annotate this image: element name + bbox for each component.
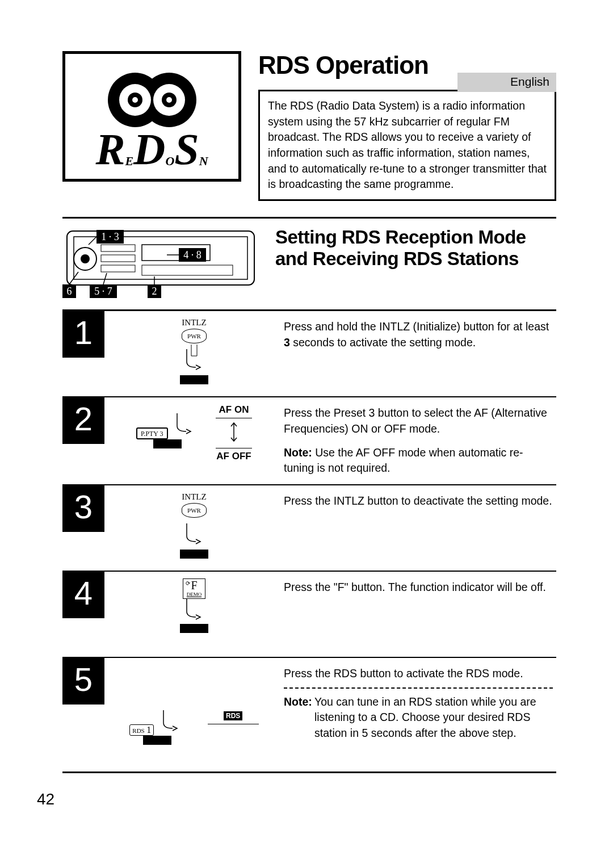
rds-logo-text: RE DO SN [95, 132, 208, 167]
step-5-illus: RDS 1 RDS [104, 658, 284, 771]
step-number: 4 [62, 572, 104, 618]
step-3-illus: INTLZ PWR [104, 485, 284, 571]
step-5: 5 RDS 1 RDS Press [62, 657, 556, 771]
page-number: 42 [37, 790, 556, 808]
step-3-text: Press the INTLZ button to deactivate the… [284, 485, 556, 571]
svg-rect-8 [67, 231, 254, 285]
svg-rect-14 [101, 255, 135, 262]
step-number: 2 [62, 397, 104, 444]
divider [62, 771, 556, 773]
diagram-label-2: 2 [152, 286, 157, 297]
step-2-text: Press the Preset 3 button to select the … [284, 397, 556, 484]
diagram-label-4-8: 4 · 8 [183, 249, 201, 261]
svg-rect-15 [101, 265, 135, 272]
step-number: 1 [62, 311, 104, 358]
diagram-label-5-7: 5 · 7 [94, 286, 112, 297]
divider [62, 217, 556, 219]
svg-rect-13 [101, 245, 135, 251]
svg-point-7 [166, 97, 172, 103]
rds-logo-icon: RE DO SN [62, 51, 241, 182]
device-diagram: 1 · 3 4 · 8 6 5 · 7 2 [62, 228, 258, 301]
svg-line-18 [89, 237, 96, 245]
step-4: 4 ⟳ F DEMO Press the "F" button. The fun… [62, 571, 556, 657]
section-title: Setting RDS Reception Mode and Receiving… [275, 227, 556, 270]
step-1-text: Press and hold the INTLZ (Initialize) bu… [284, 311, 556, 396]
page-title: RDS Operation [258, 51, 429, 79]
step-4-text: Press the "F" button. The function indic… [284, 572, 556, 657]
step-5-text: Press the RDS button to activate the RDS… [284, 658, 556, 771]
language-tag: English [457, 73, 556, 92]
step-number: 5 [62, 658, 104, 705]
dashed-divider [284, 687, 553, 689]
step-4-illus: ⟳ F DEMO [104, 572, 284, 657]
step-3: 3 INTLZ PWR Press the INTLZ button to de… [62, 484, 556, 571]
step-1: 1 INTLZ PWR Press and hold the INTLZ (In… [62, 311, 556, 396]
svg-point-6 [132, 97, 138, 103]
step-2-illus: P.PTY 3 AF ON AF OFF [104, 397, 284, 484]
step-2: 2 P.PTY 3 AF ON AF OFF [62, 396, 556, 484]
diagram-label-6: 6 [67, 286, 72, 297]
diagram-label-1-3: 1 · 3 [101, 231, 119, 242]
intro-box: The RDS (Radio Data System) is a radio i… [258, 90, 556, 201]
svg-line-24 [103, 273, 107, 284]
svg-point-11 [81, 254, 90, 263]
svg-rect-16 [142, 265, 233, 275]
step-number: 3 [62, 485, 104, 532]
step-1-illus: INTLZ PWR [104, 311, 284, 396]
